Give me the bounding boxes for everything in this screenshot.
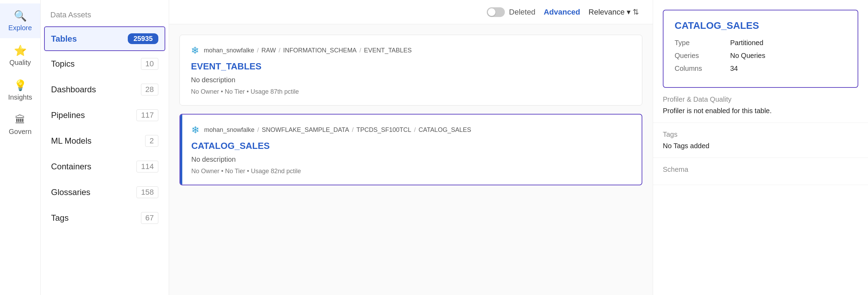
insights-icon: 💡 (14, 79, 27, 91)
sidebar-item-dashboards[interactable]: Dashboards 28 (41, 77, 169, 102)
card-meta-event-tables: No Owner • No Tier • Usage 87th pctile (191, 88, 631, 95)
results-list: ❄ mohan_snowfalke / RAW / INFORMATION_SC… (169, 24, 653, 295)
result-card-catalog-sales[interactable]: ❄ mohan_snowfalke / SNOWFLAKE_SAMPLE_DAT… (180, 114, 642, 185)
toggle-knob (488, 8, 495, 16)
sidebar-item-glossaries[interactable]: Glossaries 158 (41, 179, 169, 205)
sidebar-count-ml-models: 2 (145, 135, 158, 147)
sidebar-count-topics: 10 (141, 58, 158, 70)
deleted-toggle[interactable] (487, 7, 505, 17)
relevance-sort[interactable]: Relevance ▾ ⇅ (589, 8, 639, 17)
breadcrumb-part-3: INFORMATION_SCHEMA (283, 47, 357, 54)
right-panel: CATALOG_SALES Type Partitioned Queries N… (653, 0, 868, 295)
sidebar-item-pipelines[interactable]: Pipelines 117 (41, 102, 169, 128)
panel-title[interactable]: CATALOG_SALES (675, 20, 846, 31)
sidebar-label-tables: Tables (51, 34, 77, 44)
sidebar-label-containers: Containers (51, 162, 91, 171)
sidebar-count-containers: 114 (136, 161, 158, 172)
main-content: Deleted Advanced Relevance ▾ ⇅ ❄ mohan_s… (169, 0, 653, 295)
panel-tags-section: Tags No Tags added (653, 123, 868, 158)
sidebar-badge-tables: 25935 (128, 33, 158, 44)
card-title-event-tables[interactable]: EVENT_TABLES (191, 61, 631, 72)
profiler-section-title: Profiler & Data Quality (663, 95, 858, 103)
card-title-catalog-sales[interactable]: CATALOG_SALES (191, 141, 631, 151)
panel-summary-box: CATALOG_SALES Type Partitioned Queries N… (663, 10, 858, 88)
nav-item-explore[interactable]: 🔍 Explore (0, 3, 40, 38)
sidebar-item-topics[interactable]: Topics 10 (41, 51, 169, 77)
sidebar-label-ml-models: ML Models (51, 136, 91, 146)
card-breadcrumb-event-tables: ❄ mohan_snowfalke / RAW / INFORMATION_SC… (191, 45, 631, 56)
card-meta-catalog-sales: No Owner • No Tier • Usage 82nd pctile (191, 168, 631, 175)
card-breadcrumb-catalog-sales: ❄ mohan_snowfalke / SNOWFLAKE_SAMPLE_DAT… (191, 124, 631, 136)
panel-row-columns: Columns 34 (675, 65, 846, 73)
snowflake-icon-1: ❄ (191, 45, 199, 56)
panel-value-queries: No Queries (730, 52, 765, 60)
govern-icon: 🏛 (15, 114, 25, 126)
sort-icon: ⇅ (633, 8, 639, 17)
breadcrumb-cs-4: CATALOG_SALES (419, 126, 471, 134)
panel-profiler-section: Profiler & Data Quality Profiler is not … (653, 88, 868, 123)
nav-label-govern: Govern (9, 128, 32, 136)
sidebar-count-tags: 67 (141, 212, 158, 224)
sidebar-item-ml-models[interactable]: ML Models 2 (41, 128, 169, 154)
advanced-button[interactable]: Advanced (544, 8, 580, 17)
sidebar-item-tables[interactable]: Tables 25935 (44, 26, 165, 51)
sidebar-item-tags[interactable]: Tags 67 (41, 205, 169, 231)
nav-label-quality: Quality (9, 59, 31, 67)
nav-item-govern[interactable]: 🏛 Govern (0, 108, 40, 142)
explore-icon: 🔍 (14, 10, 27, 22)
nav-label-insights: Insights (8, 93, 32, 101)
relevance-label: Relevance (589, 8, 625, 17)
sidebar-label-pipelines: Pipelines (51, 110, 85, 120)
breadcrumb-cs-2: SNOWFLAKE_SAMPLE_DATA (262, 126, 349, 134)
sidebar-label-tags: Tags (51, 213, 69, 223)
result-card-event-tables[interactable]: ❄ mohan_snowfalke / RAW / INFORMATION_SC… (180, 35, 642, 106)
deleted-toggle-wrap[interactable]: Deleted (487, 7, 535, 17)
tags-section-title: Tags (663, 130, 858, 138)
breadcrumb-part-2: RAW (261, 47, 276, 54)
panel-key-queries: Queries (675, 52, 730, 60)
sidebar-header: Data Assets (41, 10, 169, 26)
schema-section-title: Schema (663, 166, 858, 174)
card-description-event-tables: No description (191, 76, 631, 84)
sidebar-item-containers[interactable]: Containers 114 (41, 154, 169, 179)
tags-section-text: No Tags added (663, 142, 858, 150)
panel-value-type: Partitioned (730, 39, 763, 47)
nav-item-insights[interactable]: 💡 Insights (0, 73, 40, 108)
sidebar-count-glossaries: 158 (136, 186, 158, 198)
sidebar: Data Assets Tables 25935 Topics 10 Dashb… (41, 0, 169, 295)
left-navigation: 🔍 Explore ⭐ Quality 💡 Insights 🏛 Govern (0, 0, 41, 295)
deleted-label: Deleted (509, 8, 535, 17)
nav-label-explore: Explore (8, 24, 32, 32)
sidebar-label-dashboards: Dashboards (51, 85, 96, 94)
sidebar-count-pipelines: 117 (136, 109, 158, 121)
breadcrumb-part-4: EVENT_TABLES (364, 47, 412, 54)
panel-key-columns: Columns (675, 65, 730, 73)
breadcrumb-part-1: mohan_snowfalke (204, 47, 254, 54)
chevron-down-icon: ▾ (627, 8, 631, 17)
sidebar-label-glossaries: Glossaries (51, 187, 90, 197)
nav-item-quality[interactable]: ⭐ Quality (0, 38, 40, 73)
panel-row-type: Type Partitioned (675, 39, 846, 47)
panel-key-type: Type (675, 39, 730, 47)
panel-schema-section: Schema (653, 158, 868, 185)
breadcrumb-cs-1: mohan_snowfalke (204, 126, 254, 134)
snowflake-icon-2: ❄ (191, 124, 199, 136)
panel-value-columns: 34 (730, 65, 738, 73)
quality-icon: ⭐ (14, 44, 27, 57)
breadcrumb-cs-3: TPCDS_SF100TCL (357, 126, 411, 134)
card-description-catalog-sales: No description (191, 155, 631, 163)
panel-row-queries: Queries No Queries (675, 52, 846, 60)
sidebar-label-topics: Topics (51, 59, 75, 69)
profiler-section-text: Profiler is not enabled for this table. (663, 107, 858, 115)
sidebar-count-dashboards: 28 (141, 84, 158, 95)
top-bar: Deleted Advanced Relevance ▾ ⇅ (169, 0, 653, 24)
